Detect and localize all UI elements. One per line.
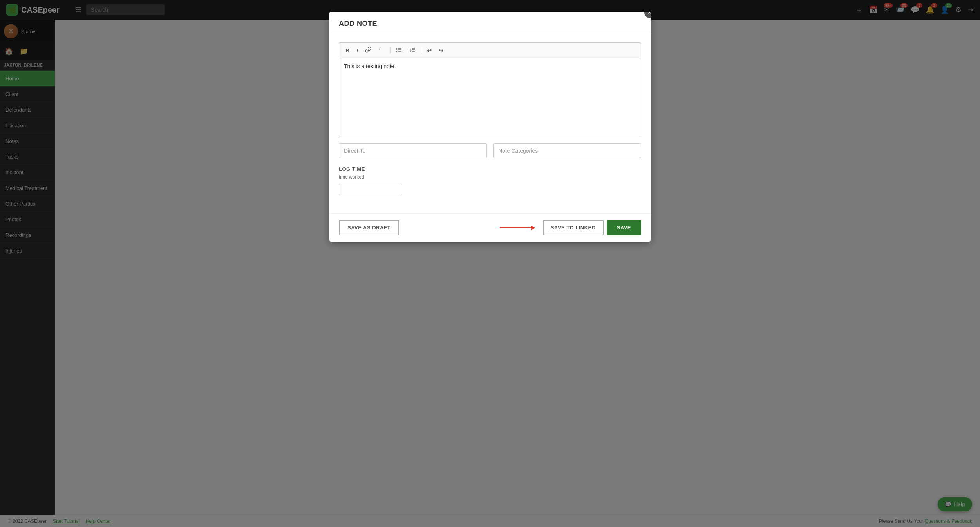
- log-time-section: LOG TIME time worked: [339, 166, 641, 196]
- modal-overlay[interactable]: × ADD NOTE B I ": [0, 0, 980, 527]
- svg-point-5: [396, 49, 397, 50]
- direct-to-input[interactable]: [339, 143, 487, 158]
- note-editor[interactable]: This is a testing note.: [339, 58, 641, 137]
- italic-button[interactable]: I: [353, 46, 361, 55]
- save-to-linked-button[interactable]: SAVE TO LINKED: [543, 220, 604, 235]
- note-categories-input[interactable]: [493, 143, 641, 158]
- toolbar-separator-2: [421, 47, 421, 54]
- modal-title: ADD NOTE: [339, 20, 377, 28]
- form-row-inputs: [339, 143, 641, 158]
- modal-body: B I ": [329, 34, 651, 213]
- svg-text:": ": [379, 48, 380, 52]
- editor-wrapper: B I ": [339, 42, 641, 137]
- add-note-modal: × ADD NOTE B I ": [329, 12, 651, 242]
- modal-footer: SAVE AS DRAFT SAVE TO LINKED SAVE: [329, 213, 651, 242]
- modal-header: ADD NOTE: [329, 12, 651, 34]
- svg-point-6: [396, 51, 397, 52]
- save-draft-button[interactable]: SAVE AS DRAFT: [339, 220, 399, 235]
- toolbar-separator: [390, 47, 391, 54]
- time-worked-input[interactable]: [339, 183, 401, 196]
- arrow-decoration: [500, 226, 535, 230]
- redo-button[interactable]: ↪: [436, 46, 447, 55]
- blockquote-button[interactable]: ": [375, 45, 388, 56]
- ordered-list-button[interactable]: 1. 2. 3.: [406, 45, 419, 56]
- link-button[interactable]: [362, 45, 374, 56]
- log-time-label: LOG TIME: [339, 166, 641, 172]
- save-button[interactable]: SAVE: [607, 220, 641, 235]
- editor-toolbar: B I ": [339, 43, 641, 58]
- svg-text:3.: 3.: [410, 51, 411, 52]
- arrow-head: [531, 226, 535, 230]
- arrow-shaft: [500, 227, 531, 228]
- log-time-sublabel: time worked: [339, 174, 641, 180]
- bold-button[interactable]: B: [342, 46, 353, 55]
- note-categories-field: [493, 143, 641, 158]
- direct-to-field: [339, 143, 487, 158]
- footer-arrow-area: SAVE TO LINKED SAVE: [399, 220, 641, 235]
- svg-point-4: [396, 48, 397, 49]
- bullet-list-button[interactable]: [393, 45, 405, 56]
- undo-button[interactable]: ↩: [424, 46, 435, 55]
